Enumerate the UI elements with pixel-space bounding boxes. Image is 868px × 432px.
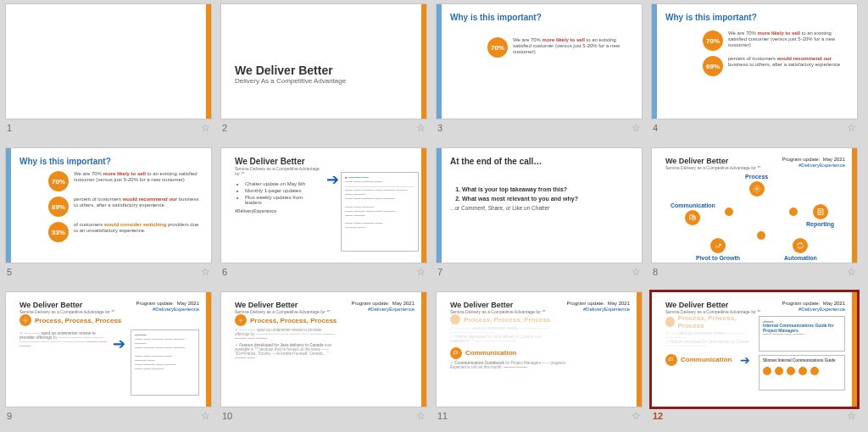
star-icon[interactable]: ☆ [416, 266, 426, 278]
slide-thumb-7[interactable]: At the end of the call… What is your top… [436, 147, 643, 263]
slide-number: 6 [222, 267, 227, 277]
percent-circle: 70% [487, 37, 508, 58]
accent-bar [206, 292, 211, 407]
slide-meta: 8 ☆ [651, 263, 858, 278]
slide-heading: At the end of the call… [450, 157, 630, 166]
body-text: ✓ Feature developed for Java delivery in… [235, 344, 337, 361]
star-icon[interactable]: ☆ [416, 410, 426, 422]
slide-cell-9: We Deliver Better Service Delivery as a … [5, 291, 212, 427]
slide-meta: 7 ☆ [436, 263, 643, 278]
slide-thumb-9[interactable]: We Deliver Better Service Delivery as a … [5, 291, 212, 407]
slide-meta: 10 ☆ [220, 407, 427, 422]
section-heading: Process, Process, Process [35, 317, 121, 324]
star-icon[interactable]: ☆ [632, 266, 641, 278]
slide-heading: We Deliver Better [19, 301, 114, 309]
slide-subtitle: Service Delivery as a Competitive Advant… [19, 309, 114, 314]
program-tag: Program update: May 2021#DeliveryExperie… [136, 301, 199, 312]
dot-icon [763, 367, 771, 375]
body-text: ✓ —— —— sped-up underwriter review —— ——… [450, 327, 552, 344]
percent-circle: 70% [703, 30, 723, 51]
growth-icon [710, 238, 726, 253]
accent-bar [852, 148, 857, 263]
doc-preview: ————— —— ——— —— ——— ————— ——— —— —— ————… [131, 330, 199, 396]
slide-meta: 3 ☆ [436, 119, 643, 134]
slide-subtitle: Service Delivery as a Competitive Advant… [450, 309, 545, 314]
slide-thumb-1[interactable] [5, 3, 212, 119]
slide-cell-11: We Deliver Better Service Delivery as a … [436, 291, 643, 427]
slide-heading: We Deliver Better [235, 157, 320, 166]
accent-bar [421, 292, 426, 407]
stat-text: percent of customers would recommend our… [728, 56, 845, 68]
slide-cell-8: We Deliver Better Service Delivery as a … [651, 147, 858, 283]
report-icon [813, 204, 828, 219]
slide-thumb-8[interactable]: We Deliver Better Service Delivery as a … [651, 147, 858, 263]
slide-number: 11 [437, 411, 448, 421]
star-icon[interactable]: ☆ [201, 266, 210, 278]
percent-circle: 69% [703, 56, 723, 76]
body-text: ✓ —— sped-up underwriter review —— ——— —… [665, 332, 754, 349]
slide-thumb-6[interactable]: We Deliver Better Service Delivery as a … [220, 147, 427, 263]
section-heading: Communication [681, 356, 732, 363]
arrow-icon: ➔ [326, 172, 339, 187]
slide-cell-3: Why is this important? 70% We are 70% mo… [436, 3, 643, 139]
dot-icon [775, 367, 783, 375]
star-icon[interactable]: ☆ [632, 122, 641, 134]
accent-bar [437, 148, 442, 263]
doc-preview: slimnet Internal Communications Guide fo… [759, 316, 845, 352]
accent-bar [437, 4, 442, 119]
star-icon[interactable]: ☆ [201, 122, 210, 134]
svg-point-2 [25, 319, 26, 321]
slide-cell-6: We Deliver Better Service Delivery as a … [220, 147, 427, 283]
node-label: Automation [784, 255, 817, 261]
accent-bar [421, 4, 426, 119]
arrow-icon: ➔ [113, 336, 125, 396]
gear-icon [665, 317, 675, 327]
hint-text: ...or Comment, Share, or Like on Chatter [450, 205, 630, 211]
accent-bar [421, 148, 426, 263]
accent-bar [852, 292, 857, 407]
doc-preview: Slimnet Internal Communications Guide [759, 355, 845, 390]
slide-heading: We Deliver Better [665, 301, 760, 309]
star-icon[interactable]: ☆ [847, 122, 856, 134]
star-icon[interactable]: ☆ [416, 122, 426, 134]
dot-icon [810, 367, 819, 375]
slide-thumb-3[interactable]: Why is this important? 70% We are 70% mo… [436, 3, 643, 119]
slide-thumb-4[interactable]: Why is this important? 70% We are 70% mo… [651, 3, 858, 119]
slide-number: 5 [7, 267, 12, 277]
star-icon[interactable]: ☆ [847, 266, 856, 278]
slide-subtitle: Service Delivery as a Competitive Advant… [665, 165, 760, 170]
slide-meta: 1 ☆ [5, 119, 212, 134]
stat-text: percent of customers would recommend our… [74, 197, 199, 208]
star-icon[interactable]: ☆ [632, 410, 641, 422]
star-icon[interactable]: ☆ [201, 410, 210, 422]
stat-text: We are 70% more likely to sell to an exi… [728, 30, 845, 49]
slide-thumb-2[interactable]: We Deliver Better Delivery As a Competit… [220, 3, 427, 119]
bullet-list: Chatter update on May 6th Monthly 1-page… [235, 181, 320, 205]
slide-thumb-11[interactable]: We Deliver Better Service Delivery as a … [436, 291, 643, 407]
slide-thumb-12[interactable]: We Deliver Better Service Delivery as a … [651, 291, 858, 407]
body-text: ✓ —— —— sped-up underwriter review to pr… [235, 329, 337, 341]
slide-meta: 4 ☆ [651, 119, 858, 134]
slide-meta: 6 ☆ [220, 263, 427, 278]
node-label: Reporting [806, 221, 834, 227]
slide-heading: We Deliver Better [450, 301, 545, 309]
body-text: ✓ Communication Guidebook for Project Ma… [450, 362, 569, 370]
slide-thumb-10[interactable]: We Deliver Better Service Delivery as a … [220, 291, 427, 407]
slide-subtitle: Delivery As a Competitive Advantage [235, 77, 415, 85]
slide-thumb-5[interactable]: Why is this important? 70% We are 70% mo… [5, 147, 212, 263]
body-text: ✓ —— —— sped up underwriter review to pr… [19, 332, 108, 349]
chatter-preview: ● ——— ———— —— ——— —— —— —— ——— —— ——— ——… [341, 172, 419, 252]
gear-icon [749, 181, 765, 197]
program-tag: Program update: May 2021#DeliveryExperie… [352, 301, 415, 312]
svg-point-0 [755, 188, 758, 191]
percent-circle: 33% [48, 222, 69, 242]
dot-icon [798, 367, 807, 375]
slide-cell-10: We Deliver Better Service Delivery as a … [220, 291, 427, 427]
stat-text: We are 70% more likely to sell to an exi… [513, 37, 630, 56]
section-heading: Process, Process, Process [464, 316, 550, 324]
star-icon[interactable]: ☆ [847, 410, 856, 422]
section-heading: Communication [465, 349, 516, 357]
accent-bar [652, 4, 657, 119]
slide-sorter-grid: 1 ☆ We Deliver Better Delivery As a Comp… [0, 0, 868, 430]
svg-point-3 [240, 319, 242, 321]
